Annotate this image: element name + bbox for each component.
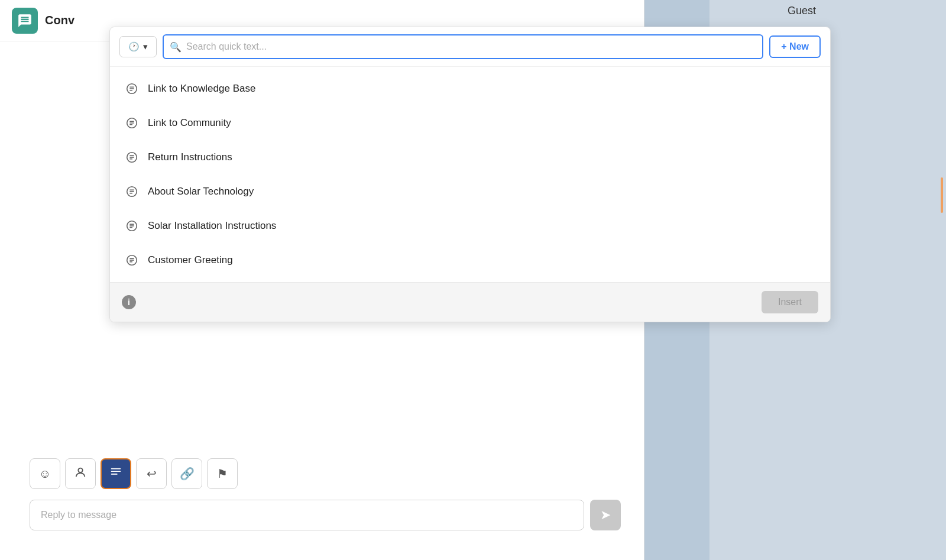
quicktext-item-icon: [124, 253, 140, 268]
contact-button[interactable]: [65, 458, 96, 489]
quicktext-item-label: About Solar Technology: [148, 186, 254, 198]
quicktext-item-icon: [124, 115, 140, 131]
quicktext-item-label: Link to Community: [148, 117, 231, 129]
emoji-icon: ☺: [39, 467, 51, 481]
send-button[interactable]: ➤: [590, 500, 621, 530]
reply-input[interactable]: [30, 500, 584, 530]
send-icon: ➤: [600, 507, 611, 523]
search-input[interactable]: [163, 34, 763, 59]
svg-point-24: [78, 468, 82, 472]
reply-icon: ↩: [147, 467, 157, 481]
guest-label: Guest: [788, 5, 816, 17]
quicktext-item-icon: [124, 150, 140, 165]
link-icon: 🔗: [180, 467, 195, 481]
reply-button[interactable]: ↩: [136, 458, 167, 489]
contact-icon: [74, 466, 87, 482]
flag-icon: ⚑: [217, 467, 228, 481]
quicktext-item-icon: [124, 218, 140, 234]
list-item[interactable]: Return Instructions: [110, 140, 830, 174]
info-icon: i: [122, 295, 136, 309]
quicktext-item-label: Return Instructions: [148, 151, 232, 163]
quicktext-item-label: Solar Installation Instructions: [148, 220, 276, 232]
list-item[interactable]: About Solar Technology: [110, 174, 830, 209]
quicktext-item-icon: [124, 81, 140, 96]
search-icon: 🔍: [170, 41, 182, 53]
history-caret: ▾: [143, 41, 148, 52]
clock-icon: 🕐: [128, 41, 140, 52]
dropdown-toolbar: 🕐 ▾ 🔍 + New: [110, 27, 830, 67]
search-wrapper: 🔍: [163, 34, 763, 59]
dropdown-footer: i Insert: [110, 282, 830, 322]
list-item[interactable]: Solar Installation Instructions: [110, 209, 830, 243]
svg-rect-27: [111, 473, 118, 474]
quicktext-dropdown: 🕐 ▾ 🔍 + New Link to Knowledge Base Link …: [109, 27, 831, 322]
svg-rect-25: [111, 468, 121, 469]
quicktext-item-icon: [124, 184, 140, 199]
bottom-toolbar: ☺ ↩ 🔗 ⚑: [30, 458, 238, 489]
svg-rect-26: [111, 471, 121, 472]
quicktext-list: Link to Knowledge Base Link to Community…: [110, 67, 830, 282]
quicktext-button[interactable]: [101, 458, 131, 489]
quicktext-icon: [109, 466, 122, 482]
flag-button[interactable]: ⚑: [207, 458, 238, 489]
new-button[interactable]: + New: [769, 35, 821, 58]
scrollbar-indicator: [941, 177, 943, 213]
header-title: Conv: [45, 14, 74, 27]
list-item[interactable]: Customer Greeting: [110, 243, 830, 277]
list-item[interactable]: Link to Community: [110, 106, 830, 140]
emoji-button[interactable]: ☺: [30, 458, 60, 489]
list-item[interactable]: Link to Knowledge Base: [110, 72, 830, 106]
history-button[interactable]: 🕐 ▾: [119, 36, 157, 57]
quicktext-item-label: Link to Knowledge Base: [148, 83, 255, 95]
insert-button[interactable]: Insert: [762, 291, 818, 313]
reply-area: ➤: [30, 500, 621, 530]
link-button[interactable]: 🔗: [171, 458, 202, 489]
quicktext-item-label: Customer Greeting: [148, 254, 233, 266]
app-logo: [12, 8, 38, 34]
